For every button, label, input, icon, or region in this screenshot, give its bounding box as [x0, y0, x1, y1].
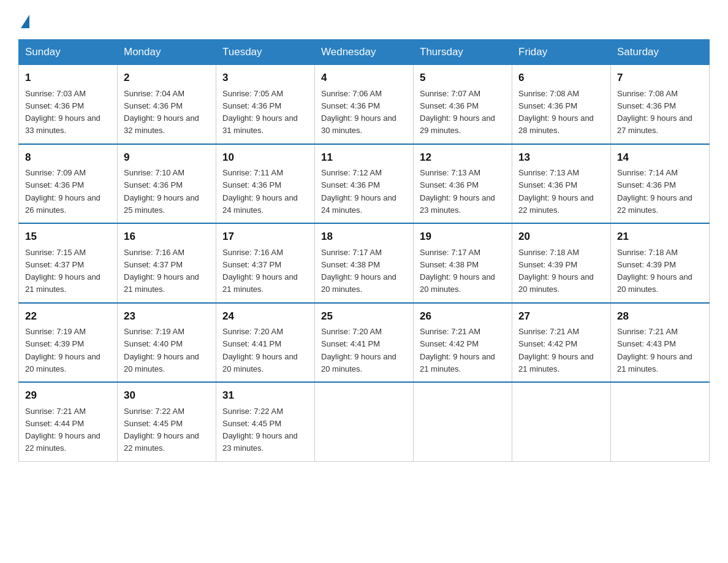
day-info: Sunrise: 7:09 AMSunset: 4:36 PMDaylight:…: [25, 168, 100, 215]
logo-text: [18, 12, 31, 28]
day-info: Sunrise: 7:17 AMSunset: 4:38 PMDaylight:…: [321, 248, 396, 294]
logo: [18, 12, 31, 28]
calendar-cell: [315, 382, 414, 461]
day-number: 1: [25, 70, 111, 86]
day-number: 17: [222, 229, 308, 245]
day-number: 25: [321, 308, 407, 324]
calendar-cell: 31Sunrise: 7:22 AMSunset: 4:45 PMDayligh…: [216, 382, 315, 461]
day-info: Sunrise: 7:20 AMSunset: 4:41 PMDaylight:…: [222, 327, 298, 373]
day-info: Sunrise: 7:19 AMSunset: 4:39 PMDaylight:…: [25, 327, 100, 373]
day-number: 2: [124, 70, 210, 86]
day-info: Sunrise: 7:15 AMSunset: 4:37 PMDaylight:…: [25, 248, 100, 294]
day-number: 31: [222, 388, 308, 404]
calendar-cell: 18Sunrise: 7:17 AMSunset: 4:38 PMDayligh…: [315, 223, 414, 303]
day-number: 26: [420, 308, 506, 324]
column-header-wednesday: Wednesday: [315, 40, 414, 65]
day-info: Sunrise: 7:10 AMSunset: 4:36 PMDaylight:…: [124, 168, 199, 215]
calendar-cell: 2Sunrise: 7:04 AMSunset: 4:36 PMDaylight…: [118, 65, 216, 144]
day-number: 15: [25, 229, 111, 245]
day-info: Sunrise: 7:11 AMSunset: 4:36 PMDaylight:…: [222, 168, 298, 215]
day-info: Sunrise: 7:16 AMSunset: 4:37 PMDaylight:…: [222, 248, 298, 294]
calendar-cell: 20Sunrise: 7:18 AMSunset: 4:39 PMDayligh…: [512, 223, 611, 303]
day-info: Sunrise: 7:22 AMSunset: 4:45 PMDaylight:…: [222, 407, 298, 453]
page-header: [18, 12, 710, 28]
calendar-cell: 9Sunrise: 7:10 AMSunset: 4:36 PMDaylight…: [118, 144, 216, 224]
calendar-cell: [611, 382, 710, 461]
day-info: Sunrise: 7:20 AMSunset: 4:41 PMDaylight:…: [321, 327, 396, 373]
day-number: 4: [321, 70, 407, 86]
calendar-cell: 13Sunrise: 7:13 AMSunset: 4:36 PMDayligh…: [512, 144, 611, 224]
day-info: Sunrise: 7:06 AMSunset: 4:36 PMDaylight:…: [321, 89, 396, 136]
day-number: 3: [222, 70, 308, 86]
day-info: Sunrise: 7:18 AMSunset: 4:39 PMDaylight:…: [518, 248, 594, 294]
day-number: 10: [222, 150, 308, 166]
calendar-cell: 27Sunrise: 7:21 AMSunset: 4:42 PMDayligh…: [512, 303, 611, 383]
day-info: Sunrise: 7:13 AMSunset: 4:36 PMDaylight:…: [518, 168, 594, 215]
day-info: Sunrise: 7:04 AMSunset: 4:36 PMDaylight:…: [124, 89, 199, 136]
calendar-week-row: 1Sunrise: 7:03 AMSunset: 4:36 PMDaylight…: [19, 65, 710, 144]
calendar-cell: 7Sunrise: 7:08 AMSunset: 4:36 PMDaylight…: [611, 65, 710, 144]
calendar-cell: 4Sunrise: 7:06 AMSunset: 4:36 PMDaylight…: [315, 65, 414, 144]
day-info: Sunrise: 7:21 AMSunset: 4:42 PMDaylight:…: [420, 327, 495, 373]
column-header-sunday: Sunday: [19, 40, 118, 65]
day-number: 20: [518, 229, 604, 245]
calendar-week-row: 15Sunrise: 7:15 AMSunset: 4:37 PMDayligh…: [19, 223, 710, 303]
day-info: Sunrise: 7:13 AMSunset: 4:36 PMDaylight:…: [420, 168, 495, 215]
calendar-cell: [414, 382, 512, 461]
day-info: Sunrise: 7:08 AMSunset: 4:36 PMDaylight:…: [617, 89, 692, 136]
calendar-cell: 14Sunrise: 7:14 AMSunset: 4:36 PMDayligh…: [611, 144, 710, 224]
day-number: 21: [617, 229, 703, 245]
calendar-cell: 22Sunrise: 7:19 AMSunset: 4:39 PMDayligh…: [19, 303, 118, 383]
calendar-cell: 17Sunrise: 7:16 AMSunset: 4:37 PMDayligh…: [216, 223, 315, 303]
calendar-cell: 15Sunrise: 7:15 AMSunset: 4:37 PMDayligh…: [19, 223, 118, 303]
day-number: 22: [25, 308, 111, 324]
calendar-cell: 29Sunrise: 7:21 AMSunset: 4:44 PMDayligh…: [19, 382, 118, 461]
calendar-cell: 30Sunrise: 7:22 AMSunset: 4:45 PMDayligh…: [118, 382, 216, 461]
day-number: 29: [25, 388, 111, 404]
column-header-monday: Monday: [118, 40, 216, 65]
day-number: 30: [124, 388, 210, 404]
day-number: 9: [124, 150, 210, 166]
day-number: 24: [222, 308, 308, 324]
day-info: Sunrise: 7:17 AMSunset: 4:38 PMDaylight:…: [420, 248, 495, 294]
calendar-cell: 19Sunrise: 7:17 AMSunset: 4:38 PMDayligh…: [414, 223, 512, 303]
day-info: Sunrise: 7:21 AMSunset: 4:44 PMDaylight:…: [25, 407, 100, 453]
calendar-week-row: 29Sunrise: 7:21 AMSunset: 4:44 PMDayligh…: [19, 382, 710, 461]
calendar-cell: 8Sunrise: 7:09 AMSunset: 4:36 PMDaylight…: [19, 144, 118, 224]
day-info: Sunrise: 7:07 AMSunset: 4:36 PMDaylight:…: [420, 89, 495, 136]
calendar-cell: 11Sunrise: 7:12 AMSunset: 4:36 PMDayligh…: [315, 144, 414, 224]
calendar-cell: 24Sunrise: 7:20 AMSunset: 4:41 PMDayligh…: [216, 303, 315, 383]
column-header-tuesday: Tuesday: [216, 40, 315, 65]
calendar-cell: 26Sunrise: 7:21 AMSunset: 4:42 PMDayligh…: [414, 303, 512, 383]
day-info: Sunrise: 7:03 AMSunset: 4:36 PMDaylight:…: [25, 89, 100, 136]
day-number: 16: [124, 229, 210, 245]
day-number: 13: [518, 150, 604, 166]
day-number: 18: [321, 229, 407, 245]
calendar-cell: 25Sunrise: 7:20 AMSunset: 4:41 PMDayligh…: [315, 303, 414, 383]
day-number: 19: [420, 229, 506, 245]
day-number: 23: [124, 308, 210, 324]
column-header-saturday: Saturday: [611, 40, 710, 65]
day-info: Sunrise: 7:16 AMSunset: 4:37 PMDaylight:…: [124, 248, 199, 294]
day-info: Sunrise: 7:22 AMSunset: 4:45 PMDaylight:…: [124, 407, 199, 453]
day-info: Sunrise: 7:05 AMSunset: 4:36 PMDaylight:…: [222, 89, 298, 136]
calendar-cell: 3Sunrise: 7:05 AMSunset: 4:36 PMDaylight…: [216, 65, 315, 144]
day-info: Sunrise: 7:21 AMSunset: 4:43 PMDaylight:…: [617, 327, 692, 373]
day-number: 28: [617, 308, 703, 324]
calendar-cell: [512, 382, 611, 461]
calendar-cell: 28Sunrise: 7:21 AMSunset: 4:43 PMDayligh…: [611, 303, 710, 383]
calendar-cell: 10Sunrise: 7:11 AMSunset: 4:36 PMDayligh…: [216, 144, 315, 224]
day-number: 14: [617, 150, 703, 166]
day-info: Sunrise: 7:21 AMSunset: 4:42 PMDaylight:…: [518, 327, 594, 373]
day-number: 27: [518, 308, 604, 324]
day-number: 12: [420, 150, 506, 166]
day-number: 6: [518, 70, 604, 86]
column-header-friday: Friday: [512, 40, 611, 65]
day-number: 5: [420, 70, 506, 86]
day-info: Sunrise: 7:14 AMSunset: 4:36 PMDaylight:…: [617, 168, 692, 215]
logo-triangle-icon: [21, 15, 29, 28]
calendar-cell: 6Sunrise: 7:08 AMSunset: 4:36 PMDaylight…: [512, 65, 611, 144]
calendar-week-row: 8Sunrise: 7:09 AMSunset: 4:36 PMDaylight…: [19, 144, 710, 224]
day-info: Sunrise: 7:19 AMSunset: 4:40 PMDaylight:…: [124, 327, 199, 373]
calendar-header-row: SundayMondayTuesdayWednesdayThursdayFrid…: [19, 40, 710, 65]
